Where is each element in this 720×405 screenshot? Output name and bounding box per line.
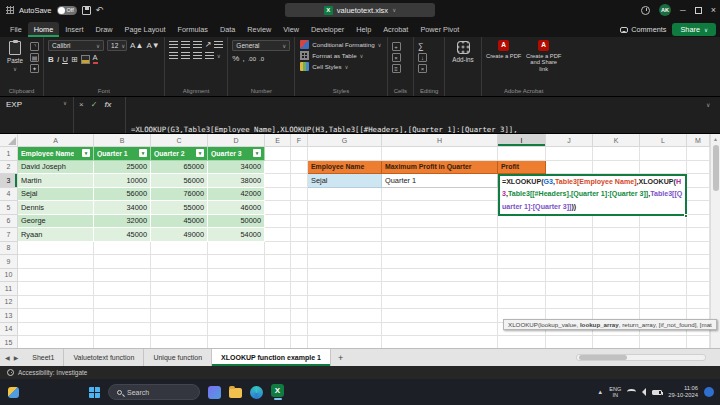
- cell-K2[interactable]: [593, 161, 640, 175]
- grow-font-icon[interactable]: A▲: [130, 41, 143, 50]
- column-header-F[interactable]: F: [291, 134, 308, 147]
- row-header-13[interactable]: 13: [0, 309, 18, 323]
- cell-M1[interactable]: [687, 147, 710, 161]
- cell-E4[interactable]: [265, 188, 291, 202]
- cell-G3[interactable]: Sejal: [308, 174, 382, 188]
- version-history-icon[interactable]: [641, 6, 650, 15]
- cell-C14[interactable]: [151, 323, 208, 337]
- cell-A9[interactable]: [18, 255, 94, 269]
- cell-J12[interactable]: [546, 296, 593, 310]
- active-cell-editor[interactable]: =XLOOKUP(G3,Table3[Employee Name],XLOOKU…: [498, 174, 687, 216]
- cell-H10[interactable]: [382, 269, 498, 283]
- cell-G5[interactable]: [308, 201, 382, 215]
- row-header-8[interactable]: 8: [0, 242, 18, 256]
- cell-M6[interactable]: [687, 215, 710, 229]
- filter-button[interactable]: ▾: [82, 149, 90, 157]
- cell-G2[interactable]: Employee Name: [308, 161, 382, 175]
- wifi-icon[interactable]: [627, 389, 636, 395]
- language-indicator[interactable]: ENGIN: [609, 386, 621, 398]
- cell-G14[interactable]: [308, 323, 382, 337]
- cell-E3[interactable]: [265, 174, 291, 188]
- wrap-text-icon[interactable]: [214, 41, 223, 49]
- cell-L9[interactable]: [640, 255, 687, 269]
- cell-A13[interactable]: [18, 309, 94, 323]
- row-header-1[interactable]: 1: [0, 147, 18, 161]
- decrease-decimal-icon[interactable]: .0: [259, 56, 264, 62]
- cell-M2[interactable]: [687, 161, 710, 175]
- cell-J15[interactable]: [546, 336, 593, 348]
- cell-G15[interactable]: [308, 336, 382, 348]
- cell-B5[interactable]: 34000: [94, 201, 151, 215]
- create-pdf-share-button[interactable]: Create a PDF and Share link: [526, 40, 562, 72]
- row-header-5[interactable]: 5: [0, 201, 18, 215]
- cell-A1[interactable]: Employee Name▾: [18, 147, 94, 161]
- cell-B1[interactable]: Quarter 1▾: [94, 147, 151, 161]
- cell-D9[interactable]: [208, 255, 265, 269]
- enter-entry-button[interactable]: ✓: [91, 100, 98, 130]
- delete-cells-icon[interactable]: ×: [392, 53, 401, 62]
- cell-M8[interactable]: [687, 242, 710, 256]
- cell-G12[interactable]: [308, 296, 382, 310]
- document-title-pill[interactable]: X valuetotext.xlsx ∨: [285, 3, 435, 17]
- cell-F10[interactable]: [291, 269, 308, 283]
- cell-D15[interactable]: [208, 336, 265, 348]
- cell-B9[interactable]: [94, 255, 151, 269]
- cell-J2[interactable]: [546, 161, 593, 175]
- ribbon-tab-formulas[interactable]: Formulas: [172, 22, 214, 37]
- new-sheet-button[interactable]: +: [331, 349, 350, 366]
- underline-button[interactable]: U: [62, 55, 68, 64]
- cell-E12[interactable]: [265, 296, 291, 310]
- column-header-D[interactable]: D: [208, 134, 265, 147]
- ribbon-tab-view[interactable]: View: [277, 22, 305, 37]
- cell-I2[interactable]: Profit: [498, 161, 546, 175]
- cell-D2[interactable]: 34000: [208, 161, 265, 175]
- cell-M5[interactable]: [687, 201, 710, 215]
- sheet-tab[interactable]: Sheet1: [23, 349, 64, 366]
- cell-A4[interactable]: Sejal: [18, 188, 94, 202]
- cell-I15[interactable]: [498, 336, 546, 348]
- cell-C7[interactable]: 49000: [151, 228, 208, 242]
- cell-A10[interactable]: [18, 269, 94, 283]
- cell-E5[interactable]: [265, 201, 291, 215]
- cell-J11[interactable]: [546, 282, 593, 296]
- bold-button[interactable]: B: [48, 55, 54, 64]
- conditional-formatting-button[interactable]: Conditional Formatting ∨: [299, 40, 382, 49]
- ribbon-tab-review[interactable]: Review: [241, 22, 277, 37]
- row-header-14[interactable]: 14: [0, 323, 18, 337]
- ribbon-tab-file[interactable]: File: [4, 22, 28, 37]
- cell-L2[interactable]: [640, 161, 687, 175]
- cell-G4[interactable]: [308, 188, 382, 202]
- cell-F12[interactable]: [291, 296, 308, 310]
- shrink-font-icon[interactable]: A▼: [146, 41, 159, 50]
- taskbar-clock[interactable]: 11:0629-10-2024: [668, 385, 698, 398]
- cell-C2[interactable]: 65000: [151, 161, 208, 175]
- borders-icon[interactable]: ⊞: [71, 55, 78, 64]
- cell-C10[interactable]: [151, 269, 208, 283]
- cell-F9[interactable]: [291, 255, 308, 269]
- cell-E7[interactable]: [265, 228, 291, 242]
- cell-A12[interactable]: [18, 296, 94, 310]
- row-header-3[interactable]: 3: [0, 174, 18, 188]
- app-launcher-icon[interactable]: [6, 6, 14, 14]
- cell-I6[interactable]: [498, 215, 546, 229]
- cell-J1[interactable]: [546, 147, 593, 161]
- cell-J8[interactable]: [546, 242, 593, 256]
- scrollbar-thumb[interactable]: [579, 355, 627, 360]
- cell-M12[interactable]: [687, 296, 710, 310]
- file-explorer-icon[interactable]: [229, 388, 242, 398]
- cell-I10[interactable]: [498, 269, 546, 283]
- avatar[interactable]: AK: [659, 4, 671, 16]
- row-header-10[interactable]: 10: [0, 269, 18, 283]
- volume-icon[interactable]: [642, 388, 646, 396]
- row-header-11[interactable]: 11: [0, 282, 18, 296]
- accessibility-status[interactable]: Accessibility: Investigate: [18, 369, 87, 376]
- cell-E2[interactable]: [265, 161, 291, 175]
- cell-D13[interactable]: [208, 309, 265, 323]
- align-center-icon[interactable]: [181, 52, 190, 60]
- cell-B3[interactable]: 10000: [94, 174, 151, 188]
- cell-J7[interactable]: [546, 228, 593, 242]
- cell-G6[interactable]: [308, 215, 382, 229]
- format-as-table-button[interactable]: Format as Table ∨: [299, 51, 382, 60]
- cell-H2[interactable]: Maximum Profit in Quarter: [382, 161, 498, 175]
- cell-F5[interactable]: [291, 201, 308, 215]
